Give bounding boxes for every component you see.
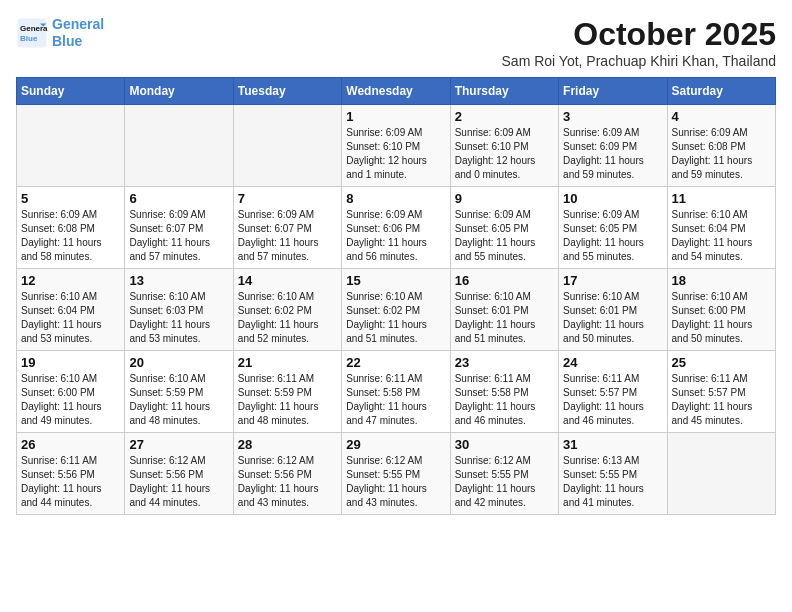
calendar-cell: 30Sunrise: 6:12 AM Sunset: 5:55 PM Dayli… xyxy=(450,433,558,515)
calendar-cell: 16Sunrise: 6:10 AM Sunset: 6:01 PM Dayli… xyxy=(450,269,558,351)
day-number: 17 xyxy=(563,273,662,288)
calendar-cell: 28Sunrise: 6:12 AM Sunset: 5:56 PM Dayli… xyxy=(233,433,341,515)
month-title: October 2025 xyxy=(502,16,776,53)
day-info: Sunrise: 6:10 AM Sunset: 6:02 PM Dayligh… xyxy=(238,290,337,346)
calendar-cell xyxy=(667,433,775,515)
day-info: Sunrise: 6:11 AM Sunset: 5:58 PM Dayligh… xyxy=(346,372,445,428)
day-number: 7 xyxy=(238,191,337,206)
day-number: 1 xyxy=(346,109,445,124)
weekday-header: Sunday xyxy=(17,78,125,105)
day-number: 27 xyxy=(129,437,228,452)
day-info: Sunrise: 6:12 AM Sunset: 5:55 PM Dayligh… xyxy=(455,454,554,510)
calendar-cell: 11Sunrise: 6:10 AM Sunset: 6:04 PM Dayli… xyxy=(667,187,775,269)
calendar-week-row: 1Sunrise: 6:09 AM Sunset: 6:10 PM Daylig… xyxy=(17,105,776,187)
day-number: 30 xyxy=(455,437,554,452)
calendar-week-row: 5Sunrise: 6:09 AM Sunset: 6:08 PM Daylig… xyxy=(17,187,776,269)
day-info: Sunrise: 6:09 AM Sunset: 6:08 PM Dayligh… xyxy=(672,126,771,182)
day-number: 3 xyxy=(563,109,662,124)
day-number: 15 xyxy=(346,273,445,288)
calendar-cell: 9Sunrise: 6:09 AM Sunset: 6:05 PM Daylig… xyxy=(450,187,558,269)
calendar-cell: 19Sunrise: 6:10 AM Sunset: 6:00 PM Dayli… xyxy=(17,351,125,433)
day-info: Sunrise: 6:11 AM Sunset: 5:59 PM Dayligh… xyxy=(238,372,337,428)
calendar-cell: 17Sunrise: 6:10 AM Sunset: 6:01 PM Dayli… xyxy=(559,269,667,351)
day-info: Sunrise: 6:12 AM Sunset: 5:56 PM Dayligh… xyxy=(129,454,228,510)
day-info: Sunrise: 6:09 AM Sunset: 6:10 PM Dayligh… xyxy=(455,126,554,182)
day-info: Sunrise: 6:10 AM Sunset: 6:00 PM Dayligh… xyxy=(21,372,120,428)
calendar-cell: 4Sunrise: 6:09 AM Sunset: 6:08 PM Daylig… xyxy=(667,105,775,187)
calendar-cell xyxy=(125,105,233,187)
day-info: Sunrise: 6:11 AM Sunset: 5:57 PM Dayligh… xyxy=(672,372,771,428)
day-info: Sunrise: 6:09 AM Sunset: 6:05 PM Dayligh… xyxy=(455,208,554,264)
weekday-header: Monday xyxy=(125,78,233,105)
calendar-cell: 20Sunrise: 6:10 AM Sunset: 5:59 PM Dayli… xyxy=(125,351,233,433)
day-info: Sunrise: 6:09 AM Sunset: 6:08 PM Dayligh… xyxy=(21,208,120,264)
day-number: 24 xyxy=(563,355,662,370)
calendar-cell: 7Sunrise: 6:09 AM Sunset: 6:07 PM Daylig… xyxy=(233,187,341,269)
calendar-cell: 12Sunrise: 6:10 AM Sunset: 6:04 PM Dayli… xyxy=(17,269,125,351)
day-info: Sunrise: 6:09 AM Sunset: 6:09 PM Dayligh… xyxy=(563,126,662,182)
day-number: 8 xyxy=(346,191,445,206)
calendar-week-row: 12Sunrise: 6:10 AM Sunset: 6:04 PM Dayli… xyxy=(17,269,776,351)
day-number: 29 xyxy=(346,437,445,452)
day-number: 9 xyxy=(455,191,554,206)
calendar-cell: 5Sunrise: 6:09 AM Sunset: 6:08 PM Daylig… xyxy=(17,187,125,269)
day-info: Sunrise: 6:12 AM Sunset: 5:56 PM Dayligh… xyxy=(238,454,337,510)
calendar-header-row: SundayMondayTuesdayWednesdayThursdayFrid… xyxy=(17,78,776,105)
calendar-cell: 13Sunrise: 6:10 AM Sunset: 6:03 PM Dayli… xyxy=(125,269,233,351)
calendar-cell: 25Sunrise: 6:11 AM Sunset: 5:57 PM Dayli… xyxy=(667,351,775,433)
calendar-cell: 23Sunrise: 6:11 AM Sunset: 5:58 PM Dayli… xyxy=(450,351,558,433)
day-number: 14 xyxy=(238,273,337,288)
day-info: Sunrise: 6:09 AM Sunset: 6:07 PM Dayligh… xyxy=(238,208,337,264)
day-number: 18 xyxy=(672,273,771,288)
calendar-cell: 15Sunrise: 6:10 AM Sunset: 6:02 PM Dayli… xyxy=(342,269,450,351)
calendar-cell: 8Sunrise: 6:09 AM Sunset: 6:06 PM Daylig… xyxy=(342,187,450,269)
calendar-cell: 1Sunrise: 6:09 AM Sunset: 6:10 PM Daylig… xyxy=(342,105,450,187)
day-info: Sunrise: 6:09 AM Sunset: 6:10 PM Dayligh… xyxy=(346,126,445,182)
title-area: October 2025 Sam Roi Yot, Prachuap Khiri… xyxy=(502,16,776,69)
calendar-week-row: 19Sunrise: 6:10 AM Sunset: 6:00 PM Dayli… xyxy=(17,351,776,433)
day-number: 12 xyxy=(21,273,120,288)
page-header: General Blue GeneralBlue October 2025 Sa… xyxy=(16,16,776,69)
day-info: Sunrise: 6:10 AM Sunset: 6:04 PM Dayligh… xyxy=(672,208,771,264)
logo-text: GeneralBlue xyxy=(52,16,104,50)
day-info: Sunrise: 6:13 AM Sunset: 5:55 PM Dayligh… xyxy=(563,454,662,510)
svg-text:Blue: Blue xyxy=(20,34,38,43)
calendar-cell: 10Sunrise: 6:09 AM Sunset: 6:05 PM Dayli… xyxy=(559,187,667,269)
day-number: 13 xyxy=(129,273,228,288)
day-info: Sunrise: 6:11 AM Sunset: 5:56 PM Dayligh… xyxy=(21,454,120,510)
day-info: Sunrise: 6:10 AM Sunset: 6:04 PM Dayligh… xyxy=(21,290,120,346)
day-number: 22 xyxy=(346,355,445,370)
calendar-cell: 14Sunrise: 6:10 AM Sunset: 6:02 PM Dayli… xyxy=(233,269,341,351)
weekday-header: Thursday xyxy=(450,78,558,105)
day-info: Sunrise: 6:10 AM Sunset: 6:01 PM Dayligh… xyxy=(563,290,662,346)
day-number: 2 xyxy=(455,109,554,124)
day-number: 31 xyxy=(563,437,662,452)
calendar-cell: 27Sunrise: 6:12 AM Sunset: 5:56 PM Dayli… xyxy=(125,433,233,515)
day-info: Sunrise: 6:09 AM Sunset: 6:06 PM Dayligh… xyxy=(346,208,445,264)
day-info: Sunrise: 6:10 AM Sunset: 6:01 PM Dayligh… xyxy=(455,290,554,346)
calendar-week-row: 26Sunrise: 6:11 AM Sunset: 5:56 PM Dayli… xyxy=(17,433,776,515)
calendar-table: SundayMondayTuesdayWednesdayThursdayFrid… xyxy=(16,77,776,515)
day-number: 16 xyxy=(455,273,554,288)
location-title: Sam Roi Yot, Prachuap Khiri Khan, Thaila… xyxy=(502,53,776,69)
day-info: Sunrise: 6:09 AM Sunset: 6:07 PM Dayligh… xyxy=(129,208,228,264)
day-info: Sunrise: 6:10 AM Sunset: 6:02 PM Dayligh… xyxy=(346,290,445,346)
calendar-cell: 29Sunrise: 6:12 AM Sunset: 5:55 PM Dayli… xyxy=(342,433,450,515)
weekday-header: Saturday xyxy=(667,78,775,105)
day-number: 28 xyxy=(238,437,337,452)
calendar-cell: 21Sunrise: 6:11 AM Sunset: 5:59 PM Dayli… xyxy=(233,351,341,433)
calendar-cell: 22Sunrise: 6:11 AM Sunset: 5:58 PM Dayli… xyxy=(342,351,450,433)
day-info: Sunrise: 6:10 AM Sunset: 6:03 PM Dayligh… xyxy=(129,290,228,346)
day-number: 20 xyxy=(129,355,228,370)
logo: General Blue GeneralBlue xyxy=(16,16,104,50)
day-number: 25 xyxy=(672,355,771,370)
logo-icon: General Blue xyxy=(16,17,48,49)
calendar-cell: 31Sunrise: 6:13 AM Sunset: 5:55 PM Dayli… xyxy=(559,433,667,515)
calendar-cell: 6Sunrise: 6:09 AM Sunset: 6:07 PM Daylig… xyxy=(125,187,233,269)
calendar-cell: 2Sunrise: 6:09 AM Sunset: 6:10 PM Daylig… xyxy=(450,105,558,187)
calendar-cell xyxy=(233,105,341,187)
weekday-header: Wednesday xyxy=(342,78,450,105)
day-info: Sunrise: 6:09 AM Sunset: 6:05 PM Dayligh… xyxy=(563,208,662,264)
day-number: 4 xyxy=(672,109,771,124)
calendar-cell xyxy=(17,105,125,187)
